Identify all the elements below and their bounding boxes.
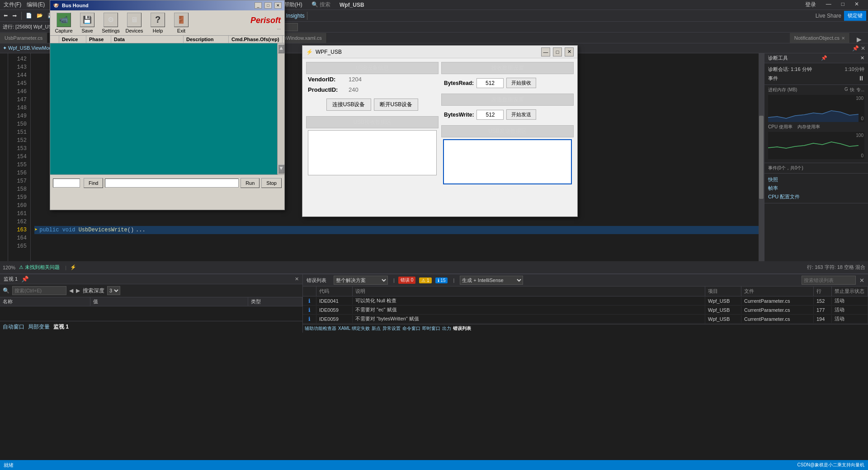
row-project: Wpf_USB <box>705 315 741 323</box>
window-maximize[interactable]: □ <box>841 1 844 9</box>
path-pin-btn[interactable]: 📌 <box>852 45 859 52</box>
live-share-btn[interactable]: Live Share <box>816 13 841 19</box>
bytes-read-input[interactable] <box>476 78 504 88</box>
bh-find-btn[interactable]: Find <box>84 178 103 188</box>
tab-usbparameter[interactable]: UsbParameter.cs <box>0 33 47 43</box>
send-start-btn[interactable]: 开始发送 <box>506 109 536 120</box>
bh-minimize-btn[interactable]: _ <box>255 2 262 9</box>
row-line: 152 <box>814 297 832 305</box>
search-icon: 🔍 <box>3 287 9 294</box>
exception-tab[interactable]: 异常设置 <box>382 325 401 332</box>
depth-select[interactable]: 3 <box>107 286 120 295</box>
diag-pause-btn[interactable]: ⏸ <box>858 75 864 82</box>
search-arrow-left[interactable]: ◀ <box>69 287 73 294</box>
recv-start-btn[interactable]: 开始接收 <box>506 78 536 88</box>
error-panel: 错误列表 整个解决方案 | 错误 0 ⚠ 1 ℹ 15 | 生成 + Intel… <box>303 274 868 333</box>
devices-label: Devices <box>125 28 143 33</box>
error-close-btn[interactable]: ✕ <box>859 277 864 284</box>
session-time: 诊断会话: 1:16 分钟 <box>768 66 812 73</box>
wpf-device-info-section: USB设备信息 VendorID: 1204 ProductID: 240 连接… <box>306 62 439 186</box>
watch-panel-close[interactable]: ✕ <box>295 276 299 282</box>
message-count-badge: ℹ 15 <box>435 277 448 283</box>
exit-label: Exit <box>177 28 185 33</box>
bh-run-btn[interactable]: Run <box>241 178 259 188</box>
bh-exit-btn[interactable]: 🚪 Exit <box>171 13 191 33</box>
wpf-maximize-btn[interactable]: □ <box>553 47 562 56</box>
error-count-badge: 错误 0 <box>398 277 415 284</box>
send-data-area[interactable] <box>443 139 572 184</box>
feedback-btn[interactable]: 锁定键 <box>844 11 866 21</box>
bh-help-btn[interactable]: ? Help <box>148 13 168 33</box>
col-line-header: 行 <box>814 287 832 296</box>
bh-close-btn[interactable]: ✕ <box>274 2 282 9</box>
bh-find-input[interactable] <box>53 179 80 188</box>
tab-scroll-right[interactable]: ▶ <box>857 36 862 43</box>
bh-data-area[interactable]: ▲ ▼ <box>50 43 284 174</box>
command-tab[interactable]: 命令窗口 <box>402 325 420 332</box>
path-close-btn[interactable]: ✕ <box>861 45 865 52</box>
row-line: 194 <box>814 315 832 323</box>
local-vars-tab[interactable]: 局部变量 <box>28 323 50 331</box>
save-label: Save <box>81 28 93 33</box>
errorlist-tab[interactable]: 错误列表 <box>453 325 471 332</box>
a11y-tab[interactable]: 辅助功能检查器 <box>305 325 336 332</box>
bh-filter-input[interactable] <box>105 179 239 188</box>
diag-snapshot[interactable]: 快照 <box>768 175 864 184</box>
error-row[interactable]: ℹ IDE0059 不需要对 "ec" 赋值 Wpf_USB CurrentPa… <box>303 306 868 315</box>
wpf-close-btn[interactable]: ✕ <box>565 47 574 56</box>
save-icon: 💾 <box>80 13 94 27</box>
watch1-tab[interactable]: 监视 1 <box>53 323 69 331</box>
diag-cpu-profile[interactable]: CPU 配置文件 <box>768 193 864 201</box>
bh-devices-btn[interactable]: 🖥 Devices <box>124 13 144 33</box>
bh-save-btn[interactable]: 💾 Save <box>77 13 97 33</box>
new-points-tab[interactable]: 新点 <box>372 325 381 332</box>
bus-hound-toolbar: 📹 Capture 💾 Save ⚙ Settings 🖥 Devices ? … <box>50 10 284 36</box>
diag-fps[interactable]: 帧率 <box>768 184 864 193</box>
scroll-down-btn[interactable]: ▼ <box>278 164 284 174</box>
tab-close-notification[interactable]: ✕ <box>841 36 845 41</box>
error-row[interactable]: ℹ IDE0041 可以简化 Null 检查 Wpf_USB CurrentPa… <box>303 296 868 306</box>
bh-settings-btn[interactable]: ⚙ Settings <box>101 13 121 33</box>
window-close[interactable]: ✕ <box>854 1 859 9</box>
menu-edit[interactable]: 编辑(E) <box>27 1 45 9</box>
login-btn[interactable]: 登录 <box>805 1 816 9</box>
cpu-mem-labels: CPU 使用率 内存使用率 <box>768 124 864 130</box>
memory-chart: 100 0 <box>768 95 864 122</box>
bytes-write-input[interactable] <box>476 110 504 120</box>
csdn-link[interactable]: CSDN@象棋是小二乘支持向量机 <box>797 462 865 468</box>
toolbar-btn-forward[interactable]: ⮕ <box>10 11 19 21</box>
bh-maximize-btn[interactable]: □ <box>264 2 272 9</box>
scroll-up-btn[interactable]: ▲ <box>278 44 284 53</box>
toolbar-btn-back[interactable]: ⬅ <box>2 11 9 21</box>
error-search-input[interactable] <box>802 276 856 285</box>
menu-file[interactable]: 文件(F) <box>4 1 21 9</box>
bh-capture-btn[interactable]: 📹 Capture <box>54 13 74 33</box>
bh-stop-btn[interactable]: Stop <box>261 178 282 188</box>
search-arrow-right[interactable]: ▶ <box>76 287 80 294</box>
watch-pin-btn[interactable]: 📌 <box>21 276 29 282</box>
code-scrollbar[interactable] <box>759 53 764 261</box>
window-minimize[interactable]: — <box>826 1 831 9</box>
recv-data-area[interactable] <box>308 130 437 175</box>
wpf-minimize-btn[interactable]: — <box>541 47 550 56</box>
disconnect-usb-btn[interactable]: 断开USB设备 <box>374 99 419 111</box>
bh-scrollbar[interactable]: ▲ ▼ <box>277 43 284 174</box>
menu-help[interactable]: 帮助(H) <box>284 1 302 9</box>
toolbar-new[interactable]: 📄 <box>24 11 34 21</box>
tab-notificationobject[interactable]: NotificationObject.cs ✕ <box>790 33 850 43</box>
wpf-icon: ⚡ <box>306 49 313 55</box>
product-id-value: 240 <box>349 86 359 93</box>
output-tab[interactable]: 出力 <box>442 325 451 332</box>
solution-select[interactable]: 整个解决方案 <box>334 276 388 285</box>
auto-vars-tab[interactable]: 自动窗口 <box>3 323 24 331</box>
connect-usb-btn[interactable]: 连接USB设备 <box>326 99 371 111</box>
error-row[interactable]: ℹ IDE0059 不需要对 "bytesWritten" 赋值 Wpf_USB… <box>303 315 868 324</box>
watch-search-input[interactable] <box>12 286 66 295</box>
build-select[interactable]: 生成 + IntelliSense <box>460 276 523 285</box>
diag-pin[interactable]: 📌 <box>821 55 827 61</box>
xaml-binding-tab[interactable]: XAML 绑定失败 <box>338 325 370 332</box>
toolbar-open[interactable]: 📂 <box>35 11 45 21</box>
immediate-tab[interactable]: 即时窗口 <box>422 325 440 332</box>
diag-close[interactable]: ✕ <box>860 55 864 61</box>
bh-phase-col: Phase <box>86 36 111 43</box>
